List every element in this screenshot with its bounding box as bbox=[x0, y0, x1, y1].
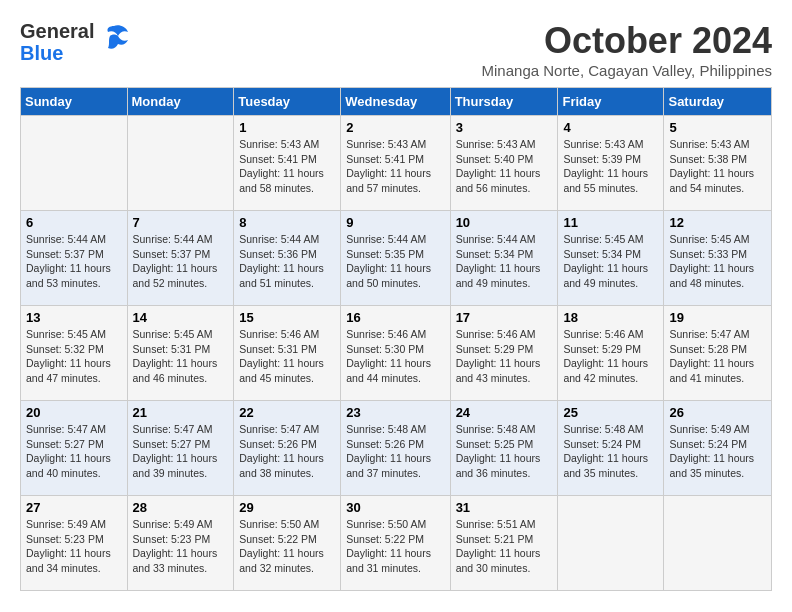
header-sunday: Sunday bbox=[21, 88, 128, 116]
calendar-body: 1Sunrise: 5:43 AM Sunset: 5:41 PM Daylig… bbox=[21, 116, 772, 591]
calendar-cell: 13Sunrise: 5:45 AM Sunset: 5:32 PM Dayli… bbox=[21, 306, 128, 401]
day-number: 26 bbox=[669, 405, 766, 420]
week-row-5: 27Sunrise: 5:49 AM Sunset: 5:23 PM Dayli… bbox=[21, 496, 772, 591]
day-number: 29 bbox=[239, 500, 335, 515]
calendar-cell: 27Sunrise: 5:49 AM Sunset: 5:23 PM Dayli… bbox=[21, 496, 128, 591]
day-info: Sunrise: 5:49 AM Sunset: 5:23 PM Dayligh… bbox=[133, 517, 229, 576]
day-info: Sunrise: 5:44 AM Sunset: 5:35 PM Dayligh… bbox=[346, 232, 444, 291]
day-info: Sunrise: 5:44 AM Sunset: 5:36 PM Dayligh… bbox=[239, 232, 335, 291]
calendar-cell: 17Sunrise: 5:46 AM Sunset: 5:29 PM Dayli… bbox=[450, 306, 558, 401]
calendar-cell: 28Sunrise: 5:49 AM Sunset: 5:23 PM Dayli… bbox=[127, 496, 234, 591]
day-number: 28 bbox=[133, 500, 229, 515]
calendar-cell: 2Sunrise: 5:43 AM Sunset: 5:41 PM Daylig… bbox=[341, 116, 450, 211]
day-number: 9 bbox=[346, 215, 444, 230]
week-row-4: 20Sunrise: 5:47 AM Sunset: 5:27 PM Dayli… bbox=[21, 401, 772, 496]
calendar-cell: 31Sunrise: 5:51 AM Sunset: 5:21 PM Dayli… bbox=[450, 496, 558, 591]
day-number: 2 bbox=[346, 120, 444, 135]
day-number: 8 bbox=[239, 215, 335, 230]
day-info: Sunrise: 5:44 AM Sunset: 5:37 PM Dayligh… bbox=[26, 232, 122, 291]
calendar-cell bbox=[127, 116, 234, 211]
logo-general-text: General bbox=[20, 20, 94, 42]
calendar-cell: 9Sunrise: 5:44 AM Sunset: 5:35 PM Daylig… bbox=[341, 211, 450, 306]
title-section: October 2024 Minanga Norte, Cagayan Vall… bbox=[482, 20, 772, 79]
day-number: 4 bbox=[563, 120, 658, 135]
day-info: Sunrise: 5:48 AM Sunset: 5:24 PM Dayligh… bbox=[563, 422, 658, 481]
calendar-cell: 14Sunrise: 5:45 AM Sunset: 5:31 PM Dayli… bbox=[127, 306, 234, 401]
header-thursday: Thursday bbox=[450, 88, 558, 116]
day-info: Sunrise: 5:47 AM Sunset: 5:28 PM Dayligh… bbox=[669, 327, 766, 386]
day-number: 19 bbox=[669, 310, 766, 325]
day-number: 21 bbox=[133, 405, 229, 420]
day-number: 12 bbox=[669, 215, 766, 230]
page-header: General Blue October 2024 Minanga Norte,… bbox=[20, 20, 772, 79]
calendar-cell: 26Sunrise: 5:49 AM Sunset: 5:24 PM Dayli… bbox=[664, 401, 772, 496]
location-subtitle: Minanga Norte, Cagayan Valley, Philippin… bbox=[482, 62, 772, 79]
day-info: Sunrise: 5:45 AM Sunset: 5:31 PM Dayligh… bbox=[133, 327, 229, 386]
calendar-cell: 12Sunrise: 5:45 AM Sunset: 5:33 PM Dayli… bbox=[664, 211, 772, 306]
day-number: 13 bbox=[26, 310, 122, 325]
calendar-cell: 7Sunrise: 5:44 AM Sunset: 5:37 PM Daylig… bbox=[127, 211, 234, 306]
week-row-2: 6Sunrise: 5:44 AM Sunset: 5:37 PM Daylig… bbox=[21, 211, 772, 306]
logo-bird-icon bbox=[98, 24, 130, 56]
calendar-cell bbox=[21, 116, 128, 211]
day-info: Sunrise: 5:50 AM Sunset: 5:22 PM Dayligh… bbox=[346, 517, 444, 576]
day-info: Sunrise: 5:47 AM Sunset: 5:27 PM Dayligh… bbox=[26, 422, 122, 481]
calendar-cell: 8Sunrise: 5:44 AM Sunset: 5:36 PM Daylig… bbox=[234, 211, 341, 306]
day-number: 16 bbox=[346, 310, 444, 325]
month-title: October 2024 bbox=[482, 20, 772, 62]
day-info: Sunrise: 5:45 AM Sunset: 5:32 PM Dayligh… bbox=[26, 327, 122, 386]
day-number: 14 bbox=[133, 310, 229, 325]
day-info: Sunrise: 5:46 AM Sunset: 5:30 PM Dayligh… bbox=[346, 327, 444, 386]
day-number: 17 bbox=[456, 310, 553, 325]
day-info: Sunrise: 5:45 AM Sunset: 5:34 PM Dayligh… bbox=[563, 232, 658, 291]
day-info: Sunrise: 5:43 AM Sunset: 5:41 PM Dayligh… bbox=[346, 137, 444, 196]
header-row: SundayMondayTuesdayWednesdayThursdayFrid… bbox=[21, 88, 772, 116]
day-info: Sunrise: 5:44 AM Sunset: 5:34 PM Dayligh… bbox=[456, 232, 553, 291]
calendar-cell: 5Sunrise: 5:43 AM Sunset: 5:38 PM Daylig… bbox=[664, 116, 772, 211]
day-info: Sunrise: 5:46 AM Sunset: 5:29 PM Dayligh… bbox=[563, 327, 658, 386]
day-number: 6 bbox=[26, 215, 122, 230]
calendar-header: SundayMondayTuesdayWednesdayThursdayFrid… bbox=[21, 88, 772, 116]
day-info: Sunrise: 5:43 AM Sunset: 5:40 PM Dayligh… bbox=[456, 137, 553, 196]
day-number: 5 bbox=[669, 120, 766, 135]
header-friday: Friday bbox=[558, 88, 664, 116]
calendar-cell: 22Sunrise: 5:47 AM Sunset: 5:26 PM Dayli… bbox=[234, 401, 341, 496]
day-number: 18 bbox=[563, 310, 658, 325]
day-number: 23 bbox=[346, 405, 444, 420]
day-info: Sunrise: 5:47 AM Sunset: 5:27 PM Dayligh… bbox=[133, 422, 229, 481]
calendar-cell: 4Sunrise: 5:43 AM Sunset: 5:39 PM Daylig… bbox=[558, 116, 664, 211]
day-number: 7 bbox=[133, 215, 229, 230]
day-info: Sunrise: 5:48 AM Sunset: 5:25 PM Dayligh… bbox=[456, 422, 553, 481]
calendar-cell: 24Sunrise: 5:48 AM Sunset: 5:25 PM Dayli… bbox=[450, 401, 558, 496]
day-number: 30 bbox=[346, 500, 444, 515]
calendar-cell: 3Sunrise: 5:43 AM Sunset: 5:40 PM Daylig… bbox=[450, 116, 558, 211]
day-number: 10 bbox=[456, 215, 553, 230]
day-number: 27 bbox=[26, 500, 122, 515]
day-number: 25 bbox=[563, 405, 658, 420]
calendar-cell: 20Sunrise: 5:47 AM Sunset: 5:27 PM Dayli… bbox=[21, 401, 128, 496]
calendar-cell: 29Sunrise: 5:50 AM Sunset: 5:22 PM Dayli… bbox=[234, 496, 341, 591]
calendar-cell: 30Sunrise: 5:50 AM Sunset: 5:22 PM Dayli… bbox=[341, 496, 450, 591]
day-number: 20 bbox=[26, 405, 122, 420]
day-info: Sunrise: 5:50 AM Sunset: 5:22 PM Dayligh… bbox=[239, 517, 335, 576]
header-saturday: Saturday bbox=[664, 88, 772, 116]
day-info: Sunrise: 5:43 AM Sunset: 5:41 PM Dayligh… bbox=[239, 137, 335, 196]
day-info: Sunrise: 5:46 AM Sunset: 5:31 PM Dayligh… bbox=[239, 327, 335, 386]
day-info: Sunrise: 5:43 AM Sunset: 5:38 PM Dayligh… bbox=[669, 137, 766, 196]
logo: General Blue bbox=[20, 20, 130, 64]
logo-blue-text: Blue bbox=[20, 42, 94, 64]
day-info: Sunrise: 5:44 AM Sunset: 5:37 PM Dayligh… bbox=[133, 232, 229, 291]
calendar-cell: 6Sunrise: 5:44 AM Sunset: 5:37 PM Daylig… bbox=[21, 211, 128, 306]
header-wednesday: Wednesday bbox=[341, 88, 450, 116]
calendar-cell: 1Sunrise: 5:43 AM Sunset: 5:41 PM Daylig… bbox=[234, 116, 341, 211]
day-number: 22 bbox=[239, 405, 335, 420]
header-monday: Monday bbox=[127, 88, 234, 116]
day-info: Sunrise: 5:43 AM Sunset: 5:39 PM Dayligh… bbox=[563, 137, 658, 196]
day-info: Sunrise: 5:45 AM Sunset: 5:33 PM Dayligh… bbox=[669, 232, 766, 291]
calendar-cell: 19Sunrise: 5:47 AM Sunset: 5:28 PM Dayli… bbox=[664, 306, 772, 401]
calendar-cell: 11Sunrise: 5:45 AM Sunset: 5:34 PM Dayli… bbox=[558, 211, 664, 306]
week-row-3: 13Sunrise: 5:45 AM Sunset: 5:32 PM Dayli… bbox=[21, 306, 772, 401]
day-number: 24 bbox=[456, 405, 553, 420]
day-number: 1 bbox=[239, 120, 335, 135]
header-tuesday: Tuesday bbox=[234, 88, 341, 116]
